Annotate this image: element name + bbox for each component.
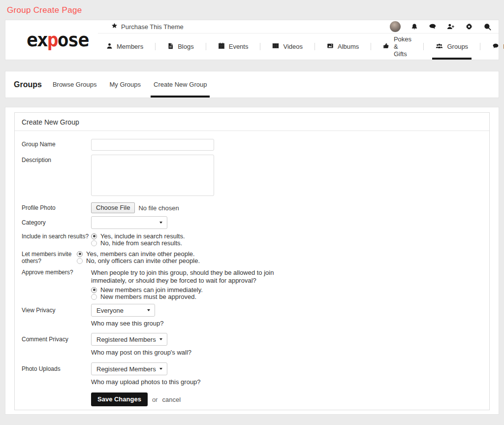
category-row: Category	[22, 216, 482, 229]
comment-privacy-select[interactable]: Registered Members	[91, 333, 167, 346]
photo-uploads-help: Who may upload photos to this group?	[91, 378, 482, 386]
comment-privacy-label: Comment Privacy	[22, 333, 91, 356]
approve-description: When people try to join this group, shou…	[91, 269, 482, 285]
description-textarea[interactable]	[91, 155, 214, 196]
radio-label: New members must be approved.	[100, 294, 196, 300]
expose-logo: expose	[27, 31, 88, 49]
nav-label: Albums	[338, 43, 359, 50]
file-status-text: No file chosen	[138, 204, 179, 212]
profile-photo-label: Profile Photo	[22, 202, 91, 213]
choose-file-button[interactable]: Choose File	[91, 202, 135, 213]
approve-row: Approve members? When people try to join…	[22, 269, 482, 300]
approve-label: Approve members?	[22, 269, 91, 300]
radio-approve-required[interactable]: New members must be approved.	[91, 294, 482, 300]
film-icon	[272, 42, 279, 51]
tab-my-groups[interactable]: My Groups	[106, 71, 144, 98]
description-label: Description	[22, 155, 91, 196]
page-title-bar: Group Create Page	[0, 0, 504, 17]
logo-zone: expose	[5, 20, 98, 60]
header-icons	[390, 21, 492, 32]
nav-item-albums[interactable]: Albums	[306, 33, 362, 60]
page-title: Group Create Page	[7, 5, 82, 15]
photo-icon	[327, 42, 334, 51]
nav-item-groups[interactable]: Groups	[415, 33, 472, 60]
photo-uploads-select[interactable]: Registered Members	[91, 362, 167, 375]
save-changes-button[interactable]: Save Changes	[91, 392, 148, 406]
purchase-theme-label: Purchase This Theme	[121, 23, 184, 31]
view-privacy-value: Everyone	[96, 307, 124, 314]
add-friend-icon[interactable]	[446, 22, 455, 31]
cancel-link[interactable]: cancel	[162, 396, 181, 403]
nav-label: Events	[229, 43, 249, 50]
chevron-down-icon	[147, 309, 150, 311]
nav-item-pokes-gifts[interactable]: Pokes & Gifts	[362, 33, 415, 60]
nav-item-events[interactable]: Events	[197, 33, 252, 60]
avatar[interactable]	[390, 21, 401, 32]
panel-title: Create New Group	[15, 113, 489, 131]
chevron-down-icon	[159, 368, 162, 370]
photo-uploads-row: Photo Uploads Registered Members Who may…	[22, 362, 482, 386]
chat-icon	[492, 43, 499, 51]
star-icon	[111, 23, 118, 31]
category-select[interactable]	[91, 216, 167, 229]
nav-item-members[interactable]: Members	[103, 33, 147, 60]
photo-uploads-value: Registered Members	[96, 365, 156, 373]
invite-row: Let members invite others? Yes, members …	[22, 251, 482, 264]
radio-label: Yes, members can invite other people.	[86, 251, 195, 257]
nav-item-videos[interactable]: Videos	[252, 33, 306, 60]
photo-uploads-label: Photo Uploads	[22, 362, 91, 386]
description-row: Description	[22, 155, 482, 196]
messages-icon[interactable]	[428, 22, 437, 31]
tab-browse-groups[interactable]: Browse Groups	[50, 71, 100, 98]
thumbs-up-icon	[383, 42, 390, 51]
search-results-label: Include in search results?	[22, 233, 91, 246]
radio-icon[interactable]	[77, 251, 83, 257]
search-results-row: Include in search results? Yes, include …	[22, 233, 482, 246]
page: Group Create Page expose Purchase This T…	[0, 0, 504, 425]
radio-icon[interactable]	[91, 294, 97, 300]
nav-item-forum[interactable]: Forum	[472, 33, 504, 60]
group-name-label: Group Name	[22, 139, 91, 151]
settings-gear-icon[interactable]	[465, 22, 473, 31]
logo-part: ex	[27, 29, 47, 51]
radio-invite-no[interactable]: No, only officers can invite other peopl…	[77, 258, 482, 264]
purchase-theme-link[interactable]: Purchase This Theme	[111, 23, 184, 31]
header-top-row: Purchase This Theme	[98, 20, 499, 33]
nav-label: Groups	[447, 43, 468, 50]
logo-part-red: p	[47, 29, 58, 51]
site-header: expose Purchase This Theme	[5, 20, 499, 60]
calendar-icon	[218, 42, 225, 51]
chevron-down-icon	[159, 222, 162, 224]
main-nav: Members Blogs Events Videos Albums Pokes…	[98, 33, 499, 60]
view-privacy-select[interactable]: Everyone	[91, 304, 155, 317]
actions-spacer	[22, 392, 91, 406]
group-name-input[interactable]	[91, 139, 214, 151]
nav-label: Members	[117, 43, 143, 50]
radio-icon[interactable]	[91, 287, 97, 293]
radio-invite-yes[interactable]: Yes, members can invite other people.	[77, 251, 482, 257]
radio-label: No, hide from search results.	[100, 240, 182, 246]
actions-row: Save Changes or cancel	[22, 392, 482, 406]
nav-label: Blogs	[178, 43, 194, 50]
groups-tab-bar: Groups Browse Groups My Groups Create Ne…	[5, 71, 499, 98]
radio-icon[interactable]	[91, 233, 97, 239]
radio-search-no[interactable]: No, hide from search results.	[91, 240, 482, 246]
tab-create-new-group[interactable]: Create New Group	[151, 71, 210, 98]
notifications-bell-icon[interactable]	[410, 22, 419, 31]
group-name-row: Group Name	[22, 139, 482, 151]
invite-label: Let members invite others?	[22, 251, 77, 264]
radio-label: Yes, include in search results.	[100, 233, 185, 239]
view-privacy-row: View Privacy Everyone Who may see this g…	[22, 304, 482, 327]
nav-item-blogs[interactable]: Blogs	[147, 33, 197, 60]
radio-icon[interactable]	[77, 258, 83, 264]
radio-approve-immediately[interactable]: New members can join immediately.	[91, 287, 482, 293]
blog-icon	[167, 43, 174, 51]
radio-label: No, only officers can invite other peopl…	[86, 258, 200, 264]
comment-privacy-row: Comment Privacy Registered Members Who m…	[22, 333, 482, 356]
radio-search-yes[interactable]: Yes, include in search results.	[91, 233, 482, 239]
logo-part: ose	[58, 29, 89, 51]
nav-label: Pokes & Gifts	[394, 35, 412, 58]
search-icon[interactable]	[483, 22, 492, 31]
radio-icon[interactable]	[91, 240, 97, 246]
view-privacy-help: Who may see this group?	[91, 320, 482, 327]
